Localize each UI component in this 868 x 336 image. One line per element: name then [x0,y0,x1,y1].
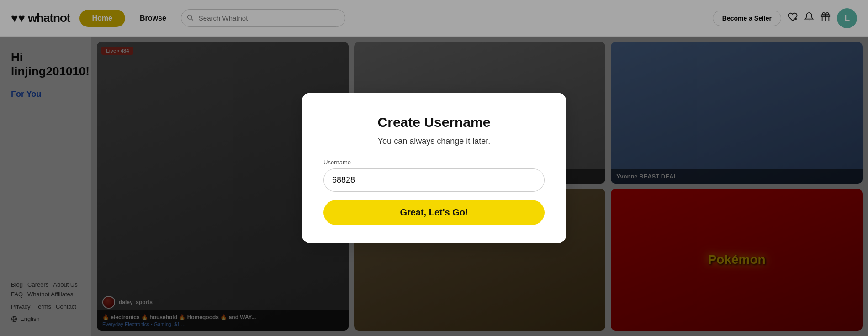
modal-subtitle: You can always change it later. [323,136,545,146]
username-field-label: Username [323,159,545,166]
submit-username-button[interactable]: Great, Let's Go! [323,200,545,225]
modal-title: Create Username [323,115,545,130]
modal-overlay: Create Username You can always change it… [0,0,868,336]
username-input[interactable] [323,168,545,192]
create-username-modal: Create Username You can always change it… [302,93,566,243]
